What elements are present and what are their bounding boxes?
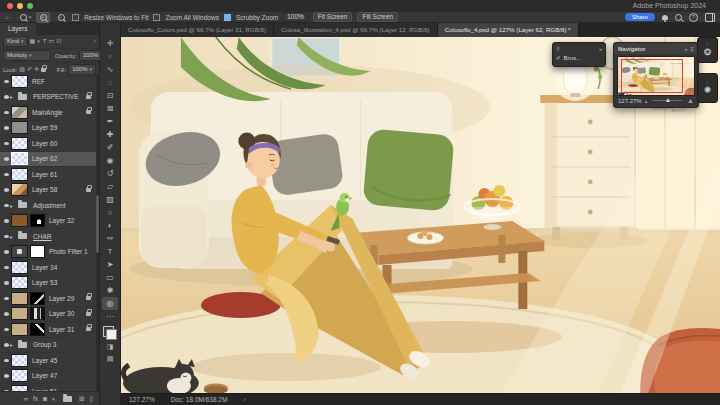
help-icon[interactable]: ? <box>689 13 698 22</box>
layer-thumbnail[interactable] <box>11 106 28 119</box>
layer-name[interactable]: Layer 32 <box>49 217 74 224</box>
status-menu-chevron-icon[interactable]: › <box>243 396 245 403</box>
fill-screen-button[interactable]: Fill Screen <box>357 12 398 22</box>
layer-row[interactable]: ▸ Layer 45 <box>0 353 96 369</box>
layer-row[interactable]: ▸ Group 3 <box>0 338 96 354</box>
layer-row[interactable]: ▸ CHAR <box>0 229 96 245</box>
layer-row[interactable]: ▸ Layer 61 <box>0 167 96 183</box>
healing-brush-tool[interactable]: ✚ <box>102 128 118 141</box>
layer-name[interactable]: Layer 45 <box>32 357 57 364</box>
layer-thumbnail[interactable] <box>11 183 28 196</box>
layer-name[interactable]: Layer 31 <box>49 326 74 333</box>
navigator-view-box[interactable] <box>621 59 683 93</box>
layer-name[interactable]: REF <box>32 78 45 85</box>
layer-row[interactable]: ▸ MainAngle <box>0 105 96 121</box>
layer-row[interactable]: ▸ Layer 62 <box>0 152 96 168</box>
visibility-eye-icon[interactable] <box>2 157 10 161</box>
layer-row[interactable]: ▸ Photo Filter 1 <box>0 245 96 261</box>
navigator-zoom-value[interactable]: 127.27% <box>618 98 642 104</box>
layer-name[interactable]: Layer 47 <box>32 372 57 379</box>
visibility-eye-icon[interactable] <box>2 374 10 378</box>
visibility-eye-icon[interactable] <box>2 343 10 347</box>
crop-tool[interactable]: ⊡ <box>102 89 118 102</box>
layer-thumbnail[interactable] <box>11 152 28 165</box>
layer-thumbnail[interactable] <box>11 137 28 150</box>
lock-transparency-icon[interactable]: ▨ <box>19 65 25 74</box>
layer-thumbnail[interactable] <box>11 307 28 320</box>
zoom-percent-field[interactable]: 100% <box>283 12 308 22</box>
layer-row[interactable]: ▸ REF <box>0 74 96 90</box>
history-brush-tool[interactable]: ↺ <box>102 167 118 180</box>
layers-scrollbar[interactable] <box>96 74 99 392</box>
move-tool[interactable]: ✛ <box>102 37 118 50</box>
brush-tool[interactable]: ✐ <box>102 141 118 154</box>
shape-tool[interactable]: ▭ <box>102 271 118 284</box>
fit-screen-button[interactable]: Fit Screen <box>313 12 353 22</box>
status-zoom-field[interactable]: 127.27% <box>129 396 155 403</box>
layer-name[interactable]: Layer 34 <box>32 264 57 271</box>
layer-mask-thumbnail[interactable] <box>30 292 45 305</box>
layer-row[interactable]: ▸ Layer 59 <box>0 121 96 137</box>
layer-name[interactable]: Layer 30 <box>49 310 74 317</box>
collapsed-panel-dial[interactable]: ≡ ✺ <box>697 73 718 103</box>
visibility-eye-icon[interactable] <box>2 328 10 332</box>
layer-name[interactable]: Layer 58 <box>32 186 57 193</box>
marquee-tool[interactable]: ▫ <box>102 50 118 63</box>
filter-pixel-icon[interactable]: ▦ <box>30 37 36 46</box>
scrubby-zoom-checkbox[interactable] <box>224 14 231 21</box>
gradient-tool[interactable]: ▨ <box>102 193 118 206</box>
group-expand-arrow[interactable]: ▸ <box>10 233 16 240</box>
layer-row[interactable]: ▸ Layer 29 <box>0 291 96 307</box>
layer-name[interactable]: PERSPECTIVE <box>33 93 79 100</box>
layer-name[interactable]: Layer 53 <box>32 279 57 286</box>
new-group-icon[interactable] <box>63 396 72 402</box>
layer-row[interactable]: ▸ Layer 53 <box>0 276 96 292</box>
layer-row[interactable]: ▸ Layer 32 <box>0 214 96 230</box>
visibility-eye-icon[interactable] <box>2 95 10 99</box>
more-tools-tool[interactable]: ⋯ <box>102 310 118 323</box>
layer-thumbnail[interactable] <box>11 214 28 227</box>
layer-thumbnail[interactable] <box>11 323 28 336</box>
layer-thumbnail[interactable] <box>11 292 28 305</box>
visibility-eye-icon[interactable] <box>2 142 10 146</box>
layer-thumbnail[interactable] <box>11 121 28 134</box>
layer-mask-thumbnail[interactable] <box>30 307 45 320</box>
notifications-bell-icon[interactable] <box>662 15 668 20</box>
layer-row[interactable]: ▸ Adjustment <box>0 198 96 214</box>
visibility-eye-icon[interactable] <box>2 126 10 130</box>
visibility-eye-icon[interactable] <box>2 266 10 270</box>
blur-tool[interactable]: ○ <box>102 206 118 219</box>
path-selection-tool[interactable]: ➤ <box>102 258 118 271</box>
layer-row[interactable]: ▸ Layer 47 <box>0 369 96 385</box>
zoom-tool-preset[interactable]: ▾ <box>20 14 32 21</box>
resize-windows-checkbox[interactable] <box>72 14 79 21</box>
layer-thumbnail[interactable] <box>11 354 28 367</box>
lock-position-icon[interactable]: ✛ <box>34 65 39 74</box>
group-expand-arrow[interactable]: ▸ <box>10 202 16 209</box>
layer-row[interactable]: ▸ Layer 60 <box>0 136 96 152</box>
eraser-tool[interactable]: ▱ <box>102 180 118 193</box>
layer-name[interactable]: Layer 62 <box>32 155 57 162</box>
layer-thumbnail[interactable] <box>11 276 28 289</box>
share-button[interactable]: Share <box>625 13 655 21</box>
layer-name[interactable]: Layer 61 <box>32 171 57 178</box>
zoom-in-mountain-icon[interactable]: ▲ <box>687 97 694 104</box>
add-layer-mask-icon[interactable]: ◙ <box>43 395 47 402</box>
layer-name[interactable]: CHAR <box>33 233 51 240</box>
quick-mask-icon[interactable]: ◨ <box>102 341 118 353</box>
layer-thumbnail[interactable] <box>11 369 28 382</box>
filter-shape-icon[interactable]: ▭ <box>49 37 55 46</box>
home-icon[interactable]: ⌂ <box>5 13 9 22</box>
clone-stamp-tool[interactable]: ◉ <box>102 154 118 167</box>
visibility-eye-icon[interactable] <box>2 204 10 208</box>
brushes-float-panel[interactable]: ⠿ » ✐ Brus... <box>552 42 606 67</box>
frame-tool[interactable]: ⊠ <box>102 102 118 115</box>
document-tab[interactable]: Colosa_Illustration_4.psd @ 66.7% (Layer… <box>274 23 438 37</box>
tab-layers[interactable]: Layers <box>0 23 36 35</box>
color-swatches[interactable] <box>103 326 117 340</box>
layer-mask-thumbnail[interactable] <box>30 245 45 258</box>
delete-layer-icon[interactable]: ▯ <box>89 395 93 403</box>
collapsed-panel-color-wheel[interactable]: ≡ ❂ <box>697 37 718 63</box>
filter-adjustment-icon[interactable]: ◐ <box>37 37 41 46</box>
search-icon[interactable] <box>675 14 682 21</box>
